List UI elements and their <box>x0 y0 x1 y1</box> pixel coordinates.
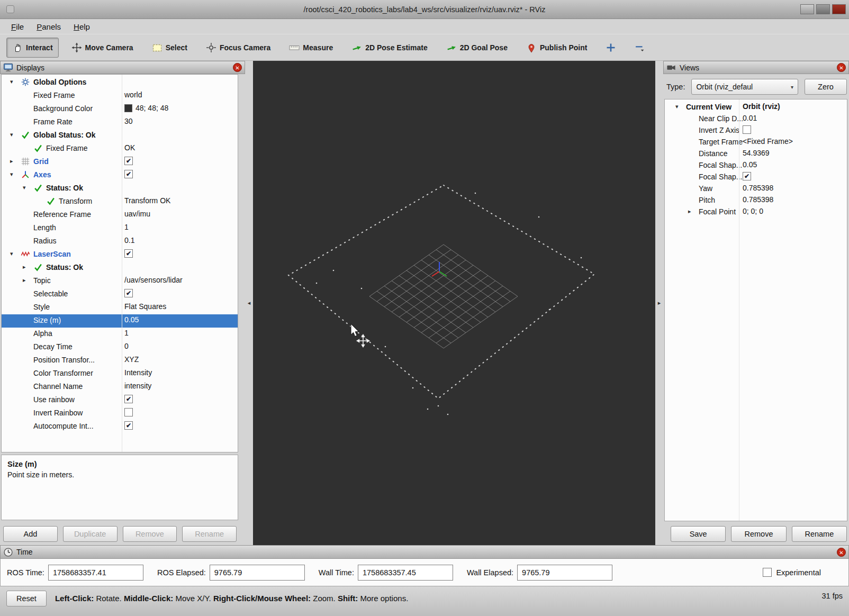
row-global-options[interactable]: ▾Global Options <box>2 76 238 89</box>
property-value[interactable]: ✔ <box>124 157 133 165</box>
row-background-color[interactable]: Background Color48; 48; 48 <box>2 103 238 116</box>
tool-publish-point[interactable]: Publish Point <box>520 38 593 58</box>
close-button[interactable] <box>832 4 846 14</box>
row-invert-z-axis[interactable]: Invert Z Axis <box>665 124 847 136</box>
reset-button[interactable]: Reset <box>6 591 47 606</box>
checkbox[interactable]: ✔ <box>124 157 133 165</box>
save-button[interactable]: Save <box>671 526 726 542</box>
menu-file[interactable]: File <box>5 21 30 33</box>
property-value[interactable]: Intensity <box>124 368 152 377</box>
menu-help[interactable]: Help <box>68 21 96 33</box>
row-frame-rate[interactable]: Frame Rate30 <box>2 116 238 129</box>
tool-add-tool[interactable] <box>600 38 622 58</box>
checkbox[interactable] <box>124 408 133 416</box>
property-value[interactable]: 1 <box>124 329 129 337</box>
checkbox[interactable] <box>743 125 751 134</box>
row-transform[interactable]: TransformTransform OK <box>2 195 238 209</box>
property-value[interactable]: ✔ <box>124 421 133 430</box>
menu-panels[interactable]: Panels <box>31 21 67 33</box>
expander-closed-icon[interactable]: ▸ <box>688 208 691 215</box>
row-status-ok[interactable]: ▸Status: Ok <box>2 261 238 275</box>
expander-open-icon[interactable]: ▾ <box>10 78 13 85</box>
wall-elapsed-input[interactable]: 9765.79 <box>517 565 612 581</box>
row-alpha[interactable]: Alpha1 <box>2 328 238 341</box>
expander-open-icon[interactable]: ▾ <box>10 250 13 257</box>
row-laserscan[interactable]: ▾LaserScan✔ <box>2 248 238 261</box>
tool-2d-goal-pose[interactable]: 2D Goal Pose <box>440 38 513 58</box>
row-fixed-frame[interactable]: Fixed Frameworld <box>2 89 238 103</box>
row-pitch[interactable]: Pitch0.785398 <box>665 194 847 206</box>
checkbox[interactable]: ✔ <box>124 421 133 430</box>
property-value[interactable]: ✔ <box>743 172 751 180</box>
property-value[interactable]: 0.05 <box>124 315 139 324</box>
row-use-rainbow[interactable]: Use rainbow✔ <box>2 394 238 407</box>
property-value[interactable]: 0.785398 <box>743 184 773 192</box>
minimize-button[interactable] <box>800 4 814 14</box>
tool-move-camera[interactable]: Move Camera <box>66 38 139 58</box>
row-color-transformer[interactable]: Color TransformerIntensity <box>2 367 238 381</box>
property-value[interactable]: intensity <box>124 382 151 390</box>
checkbox[interactable]: ✔ <box>124 395 133 403</box>
row-focal-shap[interactable]: Focal Shap...✔ <box>665 171 847 183</box>
expander-open-icon[interactable]: ▾ <box>23 184 26 191</box>
maximize-button[interactable] <box>816 4 830 14</box>
row-radius[interactable]: Radius0.1 <box>2 235 238 248</box>
row-fixed-frame[interactable]: Fixed FrameOK <box>2 142 238 156</box>
ros-elapsed-input[interactable]: 9765.79 <box>210 565 305 581</box>
row-grid[interactable]: ▸Grid✔ <box>2 156 238 169</box>
property-value[interactable]: ✔ <box>124 249 133 258</box>
property-value[interactable]: Orbit (rviz) <box>743 102 780 111</box>
property-value[interactable]: 48; 48; 48 <box>124 104 168 112</box>
views-close-button[interactable]: ✕ <box>837 63 846 72</box>
row-focal-point[interactable]: ▸Focal Point0; 0; 0 <box>665 206 847 218</box>
wall-time-input[interactable]: 1758683357.45 <box>358 565 453 581</box>
tool-remove-tool[interactable] <box>629 38 651 58</box>
ros-time-input[interactable]: 1758683357.41 <box>48 565 143 581</box>
row-focal-shap[interactable]: Focal Shap...0.05 <box>665 159 847 171</box>
zero-button[interactable]: Zero <box>805 79 847 95</box>
row-topic[interactable]: ▸Topic/uav/sensors/lidar <box>2 275 238 288</box>
checkbox[interactable]: ✔ <box>124 289 133 297</box>
row-size-m[interactable]: Size (m)0.05 <box>2 314 238 328</box>
row-near-clip-d[interactable]: Near Clip D...0.01 <box>665 113 847 124</box>
experimental-checkbox[interactable] <box>763 568 772 577</box>
property-value[interactable]: ✔ <box>124 170 133 178</box>
3d-viewport[interactable] <box>253 61 655 545</box>
property-value[interactable]: ✔ <box>124 395 133 403</box>
property-value[interactable]: 0.01 <box>743 114 757 122</box>
time-close-button[interactable]: ✕ <box>837 548 846 557</box>
property-value[interactable] <box>743 125 751 134</box>
expander-closed-icon[interactable]: ▸ <box>23 264 26 270</box>
checkbox[interactable]: ✔ <box>743 172 751 180</box>
checkbox[interactable]: ✔ <box>124 170 133 178</box>
property-value[interactable]: Flat Squares <box>124 302 166 311</box>
row-axes[interactable]: ▾Axes✔ <box>2 169 238 182</box>
property-value[interactable] <box>124 408 133 416</box>
row-distance[interactable]: Distance54.9369 <box>665 148 847 159</box>
row-decay-time[interactable]: Decay Time0 <box>2 341 238 354</box>
tool-focus-camera[interactable]: Focus Camera <box>200 38 276 58</box>
property-value[interactable]: <Fixed Frame> <box>743 137 793 146</box>
property-value[interactable]: OK <box>124 143 135 152</box>
row-style[interactable]: StyleFlat Squares <box>2 301 238 314</box>
panel-collapse-right[interactable]: ▸ <box>655 61 663 545</box>
view-type-dropdown[interactable]: Orbit (rviz_defaul ▾ <box>691 79 798 95</box>
property-value[interactable]: uav/imu <box>124 210 150 218</box>
property-value[interactable]: world <box>124 90 142 99</box>
expander-closed-icon[interactable]: ▸ <box>23 277 26 284</box>
row-global-status-ok[interactable]: ▾Global Status: Ok <box>2 129 238 142</box>
property-value[interactable]: /uav/sensors/lidar <box>124 276 183 284</box>
row-length[interactable]: Length1 <box>2 222 238 235</box>
expander-open-icon[interactable]: ▾ <box>675 103 679 110</box>
property-value[interactable]: 1 <box>124 223 129 231</box>
property-value[interactable]: XYZ <box>124 355 139 364</box>
add-button[interactable]: Add <box>3 526 58 542</box>
property-value[interactable]: 0.785398 <box>743 195 773 204</box>
property-value[interactable]: Transform OK <box>124 196 170 205</box>
expander-open-icon[interactable]: ▾ <box>10 171 13 178</box>
row-channel-name[interactable]: Channel Nameintensity <box>2 381 238 394</box>
panel-collapse-left[interactable]: ◂ <box>245 61 253 545</box>
row-selectable[interactable]: Selectable✔ <box>2 288 238 301</box>
property-value[interactable]: 0; 0; 0 <box>743 207 763 215</box>
color-swatch[interactable] <box>124 104 132 112</box>
